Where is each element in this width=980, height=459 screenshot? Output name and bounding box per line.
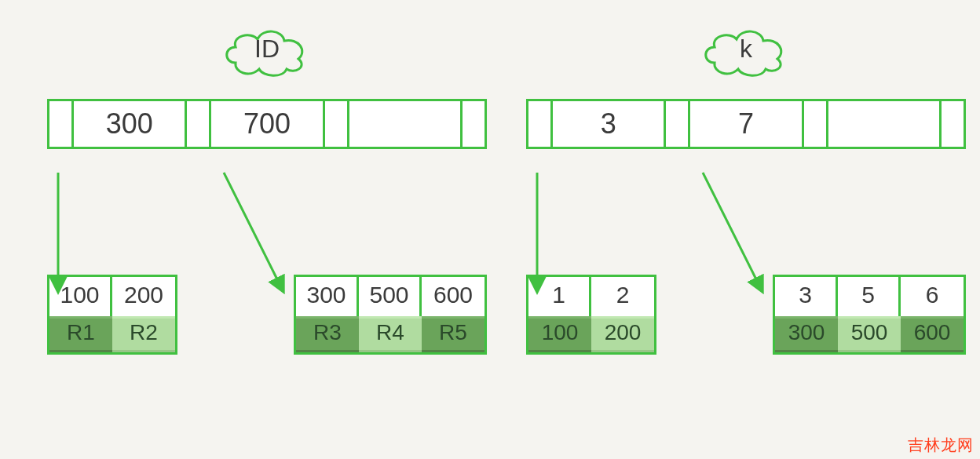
root-key	[828, 101, 942, 147]
pointer-arrows	[47, 173, 487, 314]
root-ptr	[325, 101, 349, 147]
root-node-k: 3 7	[526, 99, 966, 149]
leaf-val: R5	[422, 316, 485, 352]
leaf-val: 100	[528, 316, 591, 352]
leaf-val: R3	[296, 316, 359, 352]
btree-k: k 3 7 1 2 100 200 3 5 6	[526, 24, 966, 355]
root-key: 7	[690, 101, 803, 147]
root-key: 300	[74, 101, 187, 147]
root-key: 3	[553, 101, 666, 147]
leaf-val: R2	[112, 316, 175, 352]
root-ptr	[666, 101, 690, 147]
root-ptr	[942, 101, 964, 147]
leaf-val: 600	[901, 316, 964, 352]
leaf-val: 300	[775, 316, 838, 352]
leaf-val: 200	[591, 316, 654, 352]
root-ptr	[463, 101, 485, 147]
svg-line-3	[703, 173, 762, 290]
btree-id: ID 300 700 100 200 R1 R2 300 500	[47, 24, 487, 355]
root-key: 700	[211, 101, 324, 147]
root-ptr	[804, 101, 828, 147]
pointer-arrows	[526, 173, 966, 314]
root-ptr	[49, 101, 74, 147]
root-ptr	[528, 101, 553, 147]
cloud-label-k: k	[699, 24, 793, 77]
leaf-val: 500	[838, 316, 901, 352]
root-ptr	[187, 101, 211, 147]
cloud-label-text: k	[740, 35, 752, 63]
root-key	[349, 101, 463, 147]
leaf-val: R1	[49, 316, 112, 352]
cloud-label-id: ID	[220, 24, 314, 77]
cloud-label-text: ID	[254, 35, 280, 63]
watermark: 吉林龙网	[908, 435, 974, 456]
svg-line-1	[224, 173, 283, 290]
root-node-id: 300 700	[47, 99, 487, 149]
leaf-val: R4	[359, 316, 422, 352]
